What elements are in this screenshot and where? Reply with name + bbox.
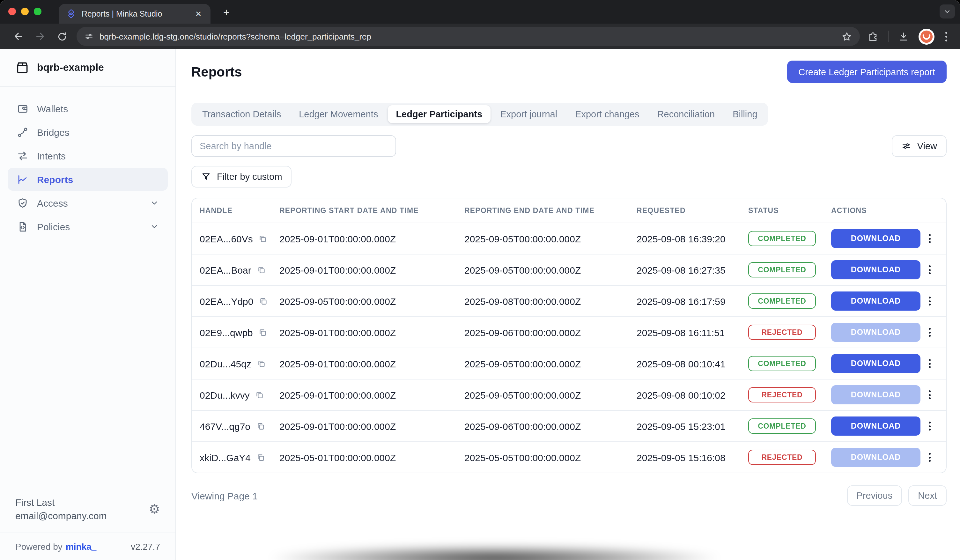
tab-ledger-participants[interactable]: Ledger Participants [387, 105, 491, 123]
sidebar-item-reports[interactable]: Reports [8, 168, 168, 191]
site-settings-icon[interactable] [84, 32, 94, 41]
tab-transaction-details[interactable]: Transaction Details [194, 105, 289, 123]
column-header-start: Reporting start date and time [279, 206, 464, 214]
download-button: DOWNLOAD [831, 385, 920, 404]
filter-by-custom-button[interactable]: Filter by custom [191, 166, 292, 187]
browser-menu-icon[interactable] [944, 29, 949, 44]
table-body: 02EA...60Vs 2025-09-01T00:00:00.000Z 202… [192, 222, 946, 473]
reporting-end-value: 2025-05-05T00:00:00.000Z [464, 452, 637, 463]
row-menu-icon[interactable] [928, 388, 932, 402]
reload-icon[interactable] [51, 27, 73, 46]
view-button[interactable]: View [892, 135, 947, 157]
maximize-window-button[interactable] [34, 8, 42, 15]
filter-button-label: Filter by custom [217, 171, 282, 182]
gear-icon[interactable]: ⚙ [149, 502, 160, 515]
download-button[interactable]: DOWNLOAD [831, 291, 920, 310]
tab-title: Reports | Minka Studio [82, 9, 187, 18]
copy-icon[interactable] [256, 421, 265, 431]
tab-ledger-movements[interactable]: Ledger Movements [291, 105, 386, 123]
table-row: xkiD...GaY4 2025-05-01T00:00:00.000Z 202… [192, 442, 946, 473]
copy-icon[interactable] [256, 453, 266, 462]
copy-icon[interactable] [255, 390, 264, 400]
table-row: 467V...qg7o 2025-09-01T00:00:00.000Z 202… [192, 410, 946, 442]
sidebar-item-wallets[interactable]: Wallets [8, 97, 168, 120]
sidebar-item-policies[interactable]: Policies [8, 215, 168, 238]
requested-value: 2025-09-08 00:10:02 [637, 389, 748, 400]
row-menu-icon[interactable] [928, 357, 932, 371]
sidebar-footer: Powered by minka_ v2.27.7 [0, 533, 175, 560]
extensions-puzzle-icon[interactable] [867, 31, 878, 42]
tab-search-chevron-button[interactable] [939, 5, 955, 19]
view-button-label: View [917, 141, 937, 151]
tab-billing[interactable]: Billing [724, 105, 765, 123]
new-tab-button[interactable]: + [219, 6, 234, 19]
download-button[interactable]: DOWNLOAD [831, 354, 920, 373]
reporting-start-value: 2025-09-01T00:00:00.000Z [279, 389, 464, 400]
url-bar[interactable]: bqrb-example.ldg-stg.one/studio/reports?… [77, 27, 860, 46]
download-button[interactable]: DOWNLOAD [831, 260, 920, 279]
close-window-button[interactable] [8, 8, 16, 15]
status-badge: REJECTED [748, 450, 816, 465]
table-row: 02EA...60Vs 2025-09-01T00:00:00.000Z 202… [192, 222, 946, 254]
copy-icon[interactable] [256, 265, 266, 275]
next-page-button[interactable]: Next [908, 485, 947, 506]
download-button[interactable]: DOWNLOAD [831, 416, 920, 436]
tab-export-changes[interactable]: Export changes [567, 105, 648, 123]
minimize-window-button[interactable] [21, 8, 29, 15]
copy-icon[interactable] [256, 359, 266, 368]
tab-export-journal[interactable]: Export journal [492, 105, 565, 123]
reporting-start-value: 2025-09-05T00:00:00.000Z [279, 296, 464, 306]
swap-arrows-icon [17, 150, 29, 162]
url-text: bqrb-example.ldg-stg.one/studio/reports?… [99, 32, 835, 41]
row-menu-icon[interactable] [928, 294, 932, 308]
handle-value: 02Du...kvvy [200, 389, 250, 400]
sidebar-item-bridges[interactable]: Bridges [8, 120, 168, 144]
back-icon[interactable] [8, 27, 29, 46]
status-badge: COMPLETED [748, 418, 816, 434]
sidebar-item-label: Wallets [37, 103, 159, 114]
sidebar-nav: Wallets Bridges Intents Reports Access [0, 87, 175, 238]
browser-tab[interactable]: Reports | Minka Studio ✕ [59, 4, 211, 24]
forward-icon[interactable] [29, 27, 51, 46]
traffic-lights [8, 8, 42, 15]
table-row: 02Du...45qz 2025-09-01T00:00:00.000Z 202… [192, 347, 946, 379]
sidebar-item-access[interactable]: Access [8, 191, 168, 214]
funnel-icon [201, 171, 211, 182]
row-menu-icon[interactable] [928, 450, 932, 464]
bookmark-star-icon[interactable] [842, 31, 852, 42]
copy-icon[interactable] [258, 328, 267, 337]
reporting-start-value: 2025-09-01T00:00:00.000Z [279, 233, 464, 244]
minka-brand-link[interactable]: minka_ [66, 541, 97, 552]
copy-icon[interactable] [258, 296, 268, 306]
row-menu-icon[interactable] [928, 419, 932, 433]
user-name: First Last [15, 496, 149, 509]
chart-line-icon [17, 173, 29, 185]
download-button[interactable]: DOWNLOAD [831, 229, 920, 248]
handle-value: 02EA...Boar [200, 264, 251, 275]
row-menu-icon[interactable] [928, 232, 932, 246]
viewing-page-label: Viewing Page 1 [191, 490, 258, 501]
tab-close-icon[interactable]: ✕ [193, 8, 204, 19]
requested-value: 2025-09-05 15:23:01 [637, 421, 748, 432]
bridge-plug-icon [17, 126, 29, 138]
profile-avatar[interactable] [918, 29, 934, 44]
workspace-switcher[interactable]: bqrb-example [0, 49, 175, 87]
handle-value: xkiD...GaY4 [200, 452, 251, 463]
sidebar-item-intents[interactable]: Intents [8, 144, 168, 167]
table-row: 02Du...kvvy 2025-09-01T00:00:00.000Z 202… [192, 379, 946, 410]
handle-value: 02EA...Ydp0 [200, 296, 253, 306]
downloads-icon[interactable] [898, 31, 909, 42]
status-badge: REJECTED [748, 387, 816, 402]
search-input[interactable] [191, 135, 396, 157]
copy-icon[interactable] [258, 234, 267, 243]
previous-page-button[interactable]: Previous [847, 485, 902, 506]
shield-check-icon [17, 197, 29, 209]
browser-tab-strip: Reports | Minka Studio ✕ + [0, 0, 960, 24]
row-menu-icon[interactable] [928, 325, 932, 339]
row-menu-icon[interactable] [928, 263, 932, 277]
create-report-button[interactable]: Create Ledger Participants report [787, 61, 947, 83]
reporting-end-value: 2025-09-05T00:00:00.000Z [464, 358, 637, 369]
reporting-start-value: 2025-09-01T00:00:00.000Z [279, 327, 464, 338]
tab-reconciliation[interactable]: Reconciliation [649, 105, 723, 123]
report-type-tabs: Transaction DetailsLedger MovementsLedge… [191, 103, 768, 126]
